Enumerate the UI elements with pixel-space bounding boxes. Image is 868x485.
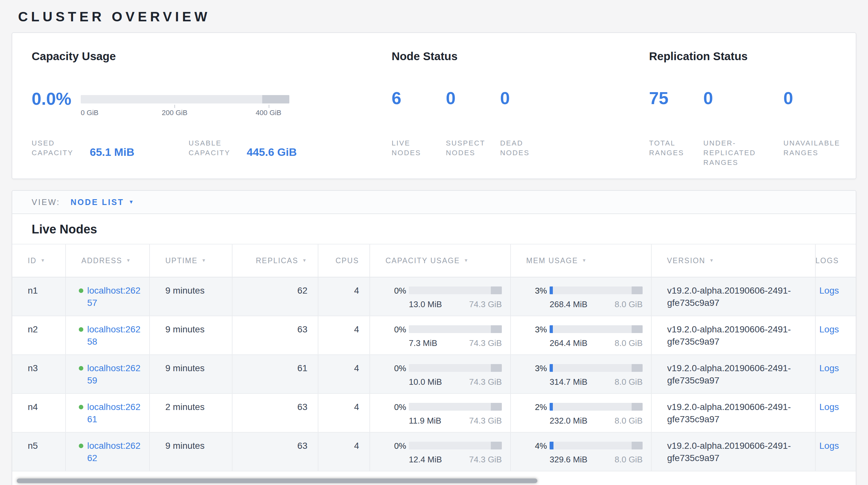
cell-cpus: 4 <box>318 355 369 393</box>
column-header-label: MEM USAGE <box>526 257 578 264</box>
meter-used-value: 314.7 MiB <box>550 375 587 388</box>
mem-usage-bar <box>550 364 643 372</box>
logs-link[interactable]: Logs <box>819 285 839 295</box>
column-header-address[interactable]: ADDRESS▼ <box>65 245 149 277</box>
sort-caret-icon: ▼ <box>302 258 307 262</box>
column-header-mem[interactable]: MEM USAGE▼ <box>510 245 651 277</box>
capacity-usage-bar <box>409 403 502 411</box>
sort-caret-icon: ▼ <box>709 258 714 262</box>
column-header-label: CPUS <box>336 257 359 264</box>
cell-version: v19.2.0-alpha.20190606-2491-gfe735c9a97 <box>651 355 815 393</box>
logs-link[interactable]: Logs <box>819 440 839 451</box>
summary-stat-value: 0 <box>783 89 856 109</box>
meter-values-row: 314.7 MiB8.0 GiB <box>550 375 643 388</box>
view-bar: VIEW: NODE LIST ▼ <box>12 191 856 214</box>
summary-stat: 6LIVE NODES <box>392 89 446 158</box>
column-header-version[interactable]: VERSION▼ <box>651 245 815 277</box>
horizontal-scrollbar-thumb[interactable] <box>17 479 537 483</box>
node-address-link[interactable]: localhost:26258 <box>87 323 143 348</box>
meter-max-value: 74.3 GiB <box>469 375 502 388</box>
meter-values-row: 10.0 MiB74.3 GiB <box>409 375 502 388</box>
column-header-label: ADDRESS <box>82 257 122 264</box>
column-header-capacity[interactable]: CAPACITY USAGE▼ <box>369 245 510 277</box>
cell-cpus: 4 <box>318 316 369 354</box>
usable-capacity-label: USABLE CAPACITY <box>189 138 239 158</box>
bar-used-segment <box>550 403 553 411</box>
bar-reserved-segment <box>631 364 643 372</box>
cell-version: v19.2.0-alpha.20190606-2491-gfe735c9a97 <box>651 433 815 471</box>
cell-address: localhost:26261 <box>65 394 149 432</box>
meter-values-row: 12.4 MiB74.3 GiB <box>409 453 502 465</box>
cell-address: localhost:26258 <box>65 316 149 354</box>
meter-percent: 0% <box>385 323 406 335</box>
meter-used-value: 11.9 MiB <box>409 414 441 426</box>
used-capacity-label: USED CAPACITY <box>32 138 82 158</box>
meter-bar-row: 0% <box>385 439 505 452</box>
node-address-link[interactable]: localhost:26257 <box>87 285 143 309</box>
column-header-label: CAPACITY USAGE <box>385 257 460 264</box>
cell-address: localhost:26262 <box>65 433 149 471</box>
axis-tick-label-200: 200 GiB <box>162 108 188 116</box>
node-address-link[interactable]: localhost:26259 <box>87 362 143 387</box>
logs-link[interactable]: Logs <box>819 363 839 373</box>
axis-tick-label-0: 0 GiB <box>81 108 98 116</box>
cell-version: v19.2.0-alpha.20190606-2491-gfe735c9a97 <box>651 278 815 316</box>
meter-max-value: 8.0 GiB <box>615 298 643 310</box>
meter-bar-row: 0% <box>385 400 505 413</box>
bar-reserved-segment <box>631 286 643 294</box>
meter-percent: 0% <box>385 439 406 452</box>
meter-bar-row: 0% <box>385 284 505 297</box>
column-header-label: UPTIME <box>165 257 197 264</box>
meter-max-value: 74.3 GiB <box>469 337 502 349</box>
bar-used-segment <box>550 442 554 450</box>
meter-bar-row: 3% <box>526 323 646 336</box>
meter-used-value: 7.3 MiB <box>409 337 437 349</box>
used-capacity-stat: USED CAPACITY 65.1 MiB <box>32 138 134 158</box>
cell-version: v19.2.0-alpha.20190606-2491-gfe735c9a97 <box>651 394 815 432</box>
cell-capacity: 0%11.9 MiB74.3 GiB <box>369 394 510 432</box>
axis-tick-label-400: 400 GiB <box>256 108 282 116</box>
logs-link[interactable]: Logs <box>819 402 839 412</box>
meter-values-row: 264.4 MiB8.0 GiB <box>550 336 643 349</box>
summary-stat-value: 0 <box>500 89 554 109</box>
cell-node-id: n2 <box>12 316 65 354</box>
bar-reserved-segment <box>491 325 502 333</box>
capacity-usage-bar <box>409 286 502 294</box>
cell-cpus: 4 <box>318 394 369 432</box>
cell-capacity: 0%13.0 MiB74.3 GiB <box>369 278 510 316</box>
meter-values-row: 232.0 MiB8.0 GiB <box>550 414 643 427</box>
meter-percent: 0% <box>385 362 406 374</box>
table-row: n2localhost:262589 minutes6340%7.3 MiB74… <box>12 316 856 355</box>
address-wrap: localhost:26257 <box>79 285 145 309</box>
cell-version: v19.2.0-alpha.20190606-2491-gfe735c9a97 <box>651 316 815 354</box>
node-address-link[interactable]: localhost:26261 <box>87 401 143 426</box>
table-row: n5localhost:262629 minutes6340%12.4 MiB7… <box>12 433 856 472</box>
address-wrap: localhost:26262 <box>79 440 145 464</box>
meter-max-value: 8.0 GiB <box>615 375 643 388</box>
summary-stat-label: UNDER-REPLICATED RANGES <box>703 138 783 168</box>
column-header-cpus: CPUS <box>318 245 369 277</box>
column-header-id[interactable]: ID▼ <box>12 245 65 277</box>
summary-stat: 75TOTAL RANGES <box>649 89 703 168</box>
cluster-overview-page: CLUSTER OVERVIEW Capacity Usage 0.0% 0 G… <box>0 0 868 485</box>
mem-usage-bar <box>550 403 643 411</box>
cell-logs: Logs <box>815 433 856 471</box>
meter-used-value: 329.6 MiB <box>550 453 587 465</box>
live-status-dot-icon <box>79 288 83 293</box>
column-header-uptime[interactable]: UPTIME▼ <box>149 245 232 277</box>
capacity-bar: 0 GiB 200 GiB 400 GiB <box>81 95 289 103</box>
cell-mem: 3%314.7 MiB8.0 GiB <box>510 355 651 393</box>
view-selector[interactable]: NODE LIST ▼ <box>70 198 135 207</box>
bar-used-segment <box>550 325 553 333</box>
summary-stat-label: DEAD NODES <box>500 138 554 158</box>
logs-link[interactable]: Logs <box>819 324 839 334</box>
page-title: CLUSTER OVERVIEW <box>0 0 868 32</box>
summary-stat-value: 0 <box>703 89 783 109</box>
summary-stat: 0UNAVAILABLE RANGES <box>783 89 856 168</box>
column-header-replicas[interactable]: REPLICAS▼ <box>232 245 318 277</box>
node-address-link[interactable]: localhost:26262 <box>87 440 143 464</box>
cell-mem: 2%232.0 MiB8.0 GiB <box>510 394 651 432</box>
meter-percent: 0% <box>385 284 406 296</box>
capacity-axis: 0 GiB 200 GiB 400 GiB <box>81 103 289 120</box>
meter-max-value: 74.3 GiB <box>469 414 502 426</box>
